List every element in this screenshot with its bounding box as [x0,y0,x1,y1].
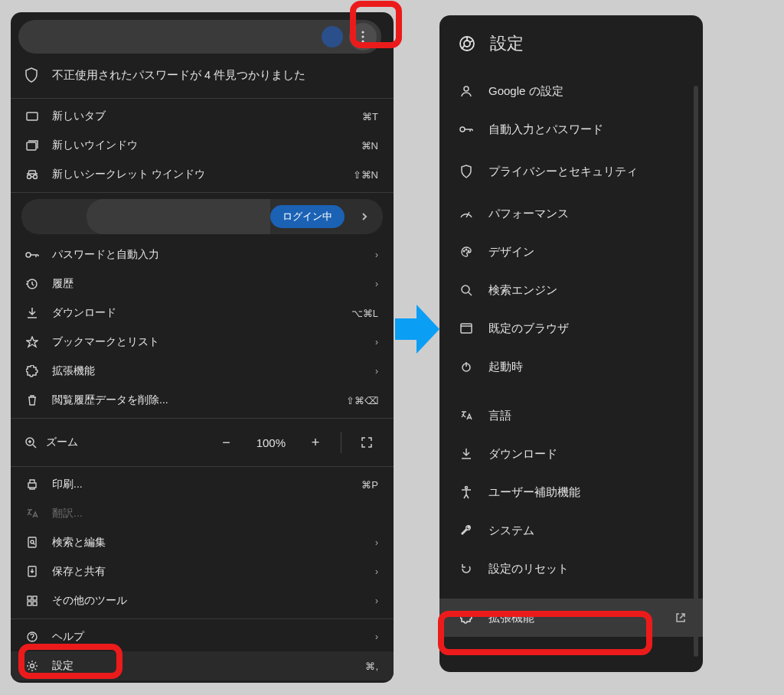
menu-history[interactable]: 履歴 › [11,269,394,299]
incognito-shortcut: ⇧⌘N [353,169,378,181]
menu-new-window[interactable]: 新しいウインドウ ⌘N [11,131,394,160]
item-label: 既定のブラウザ [488,321,569,336]
zoom-controls: ズーム − 100% + [11,422,394,463]
settings-sidebar-panel: 設定 Google の設定 自動入力とパスワード プライバシーとセキュリティ パ… [439,15,703,672]
sidebar-item-google[interactable]: Google の設定 [439,72,703,110]
svg-point-1 [361,35,364,38]
menu-extensions[interactable]: 拡張機能 › [11,357,394,386]
zoom-value: 100% [249,436,293,449]
sidebar-item-extensions[interactable]: 拡張機能 [439,599,703,637]
item-label: パフォーマンス [488,206,569,221]
clear-data-shortcut: ⇧⌘⌫ [346,395,378,406]
zoom-in-button[interactable]: + [302,429,328,455]
gear-icon [24,660,40,672]
svg-rect-15 [33,596,37,600]
save-label: 保存と共有 [52,565,363,579]
password-alert-row[interactable]: 不正使用されたパスワードが 4 件見つかりました [11,54,394,95]
chevron-right-icon: › [375,366,378,377]
sidebar-item-search[interactable]: 検索エンジン [439,271,703,309]
sidebar-item-downloads[interactable]: ダウンロード [439,435,703,473]
sidebar-item-accessibility[interactable]: ユーザー補助機能 [439,473,703,511]
history-icon [24,278,40,290]
chevron-right-icon: › [375,566,378,577]
svg-point-19 [31,664,34,668]
item-label: デザイン [488,244,534,259]
speed-icon [458,208,475,219]
svg-point-2 [361,40,364,42]
more-vert-icon [358,30,368,44]
trash-icon [24,394,40,406]
menu-incognito[interactable]: 新しいシークレット ウインドウ ⇧⌘N [11,160,394,189]
help-label: ヘルプ [52,630,363,644]
scrollbar[interactable] [694,86,698,657]
sidebar-item-system[interactable]: システム [439,511,703,550]
power-icon [458,361,475,373]
address-bar [18,20,381,54]
passwords-label: パスワードと自動入力 [52,248,363,262]
sidebar-item-language[interactable]: 言語 [439,396,703,435]
print-label: 印刷... [52,478,349,491]
key-icon [458,126,475,133]
svg-rect-17 [33,602,37,605]
fullscreen-button[interactable] [354,429,380,455]
chevron-right-icon: › [375,250,378,260]
menu-new-tab[interactable]: 新しいタブ ⌘T [11,102,394,131]
menu-bookmarks[interactable]: ブックマークとリスト › [11,328,394,357]
menu-save-share[interactable]: 保存と共有 › [11,557,394,586]
svg-point-12 [31,540,34,543]
download-icon [458,448,475,460]
login-pill[interactable]: ログイン中 [270,205,345,228]
chrome-icon [458,34,476,53]
item-label: システム [488,523,534,538]
zoom-out-button[interactable]: − [214,429,240,455]
find-label: 検索と編集 [52,536,363,550]
sidebar-item-autofill[interactable]: 自動入力とパスワード [439,110,703,148]
kebab-menu-button[interactable] [349,23,377,51]
incognito-label: 新しいシークレット ウインドウ [52,168,341,181]
help-icon [24,631,40,643]
menu-more-tools[interactable]: その他のツール › [11,586,394,615]
zoom-icon [24,436,37,449]
svg-point-5 [28,175,31,179]
clear-data-label: 閲覧履歴データを削除... [52,393,334,407]
window-icon [24,140,40,151]
settings-label: 設定 [52,659,353,673]
tools-icon [24,595,40,607]
profile-avatar[interactable] [322,26,343,47]
translate-label: 翻訳... [52,507,378,520]
sidebar-item-appearance[interactable]: デザイン [439,233,703,271]
svg-rect-16 [28,602,31,605]
menu-help[interactable]: ヘルプ › [11,622,394,651]
tab-icon [24,112,40,121]
section-gap [439,588,703,599]
sidebar-item-reset[interactable]: 設定のリセット [439,550,703,588]
svg-rect-11 [28,537,36,547]
settings-list: Google の設定 自動入力とパスワード プライバシーとセキュリティ パフォー… [439,72,703,637]
sidebar-item-performance[interactable]: パフォーマンス [439,194,703,233]
puzzle-icon [458,612,475,624]
settings-shortcut: ⌘, [365,661,378,672]
menu-print[interactable]: 印刷... ⌘P [11,470,394,499]
menu-downloads[interactable]: ダウンロード ⌥⌘L [11,299,394,328]
svg-point-22 [464,86,469,91]
sidebar-item-privacy[interactable]: プライバシーとセキュリティ [439,148,703,194]
sidebar-item-startup[interactable]: 起動時 [439,348,703,386]
item-label: 言語 [488,408,511,423]
profile-placeholder [87,199,270,234]
sidebar-item-default-browser[interactable]: 既定のブラウザ [439,309,703,348]
menu-settings[interactable]: 設定 ⌘, [11,651,394,680]
transition-arrow [394,303,441,355]
palette-icon [458,246,475,258]
print-icon [24,478,40,491]
menu-find[interactable]: 検索と編集 › [11,528,394,557]
svg-rect-3 [27,113,38,120]
profile-chevron[interactable] [352,204,377,229]
menu-clear-data[interactable]: 閲覧履歴データを削除... ⇧⌘⌫ [11,386,394,415]
incognito-icon [24,169,40,180]
profile-switcher[interactable]: ログイン中 [21,199,383,234]
item-label: 起動時 [488,359,523,374]
svg-point-26 [468,250,469,252]
menu-passwords[interactable]: パスワードと自動入力 › [11,240,394,269]
svg-point-27 [462,286,469,293]
translate-icon [458,409,475,422]
